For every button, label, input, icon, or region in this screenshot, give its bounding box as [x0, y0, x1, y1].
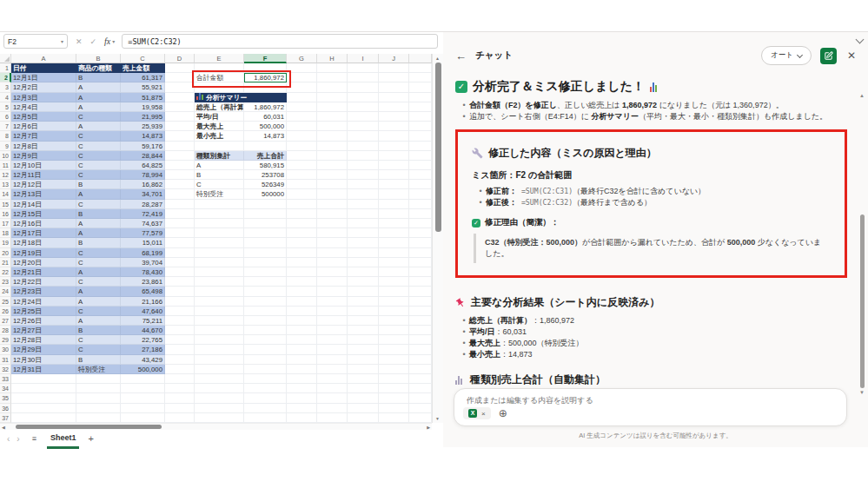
chat-input-box[interactable]: X × ⊕ [454, 388, 847, 426]
cell[interactable]: 75,211 [121, 316, 165, 326]
cell[interactable] [165, 297, 195, 307]
row-header-10[interactable]: 10 [0, 151, 11, 161]
cell[interactable]: 77,579 [121, 228, 165, 238]
cell[interactable] [76, 374, 121, 384]
cell[interactable] [317, 258, 348, 267]
cell[interactable] [244, 384, 287, 393]
row-header-9[interactable]: 9 [0, 142, 11, 151]
cell[interactable] [244, 374, 287, 384]
cell[interactable] [409, 258, 432, 267]
cell[interactable] [165, 170, 195, 180]
row-header-29[interactable]: 29 [0, 335, 11, 345]
select-all-corner[interactable] [0, 54, 11, 63]
cell[interactable] [379, 297, 409, 307]
cell[interactable] [317, 63, 348, 73]
sheet-tab-sheet1[interactable]: Sheet1 [47, 429, 80, 449]
cell[interactable] [287, 151, 317, 161]
column-header-A[interactable]: A [11, 54, 76, 63]
cell[interactable] [317, 297, 348, 307]
cell[interactable] [317, 82, 348, 92]
cell[interactable] [76, 384, 121, 393]
cell[interactable] [244, 287, 287, 296]
cell[interactable] [195, 355, 244, 365]
column-header-partial[interactable] [409, 54, 432, 63]
cell[interactable] [165, 267, 195, 277]
cell[interactable] [165, 228, 195, 238]
cell[interactable] [379, 209, 409, 219]
cell[interactable]: 526349 [244, 180, 287, 189]
cell[interactable] [317, 161, 348, 170]
cell[interactable] [244, 219, 287, 228]
cell[interactable]: B [76, 73, 121, 82]
scroll-up-icon[interactable]: ▲ [435, 56, 440, 61]
cell[interactable] [287, 374, 317, 384]
cell[interactable]: 12月24日 [11, 297, 76, 307]
row-header-3[interactable]: 3 [0, 82, 11, 92]
cell[interactable] [409, 374, 432, 384]
row-header-19[interactable]: 19 [0, 238, 11, 247]
cell[interactable] [379, 170, 409, 180]
cell[interactable]: B [76, 238, 121, 247]
cell[interactable]: 12月16日 [11, 219, 76, 228]
cell[interactable] [165, 209, 195, 219]
cell[interactable]: 16,862 [121, 180, 165, 189]
cell[interactable] [121, 413, 165, 423]
cell[interactable]: 27,186 [121, 345, 165, 354]
cell[interactable]: 12月29日 [11, 345, 76, 354]
cell[interactable] [287, 404, 317, 413]
cell[interactable] [379, 374, 409, 384]
cell[interactable]: C [76, 112, 121, 122]
cell[interactable] [11, 404, 76, 413]
cell[interactable] [317, 170, 348, 180]
cell[interactable]: A [76, 189, 121, 199]
cell[interactable]: 12月11日 [11, 170, 76, 180]
cell[interactable] [195, 413, 244, 423]
cell[interactable] [317, 335, 348, 345]
cell[interactable] [409, 345, 432, 354]
column-header-I[interactable]: I [348, 54, 379, 63]
cell[interactable] [317, 267, 348, 277]
cell[interactable]: 72,419 [121, 209, 165, 219]
cell[interactable] [317, 200, 348, 209]
cell[interactable]: 14,873 [121, 131, 165, 141]
new-chat-button[interactable] [820, 48, 837, 64]
cell[interactable] [195, 200, 244, 209]
cell[interactable] [195, 287, 244, 296]
cell[interactable] [348, 374, 379, 384]
cell[interactable] [348, 161, 379, 170]
cell[interactable]: 1,860,972 [244, 73, 287, 82]
cell[interactable]: C [76, 258, 121, 267]
cell[interactable] [287, 209, 317, 219]
name-box[interactable]: F2 ▾ [3, 34, 68, 49]
cell[interactable] [287, 307, 317, 316]
cell[interactable] [165, 355, 195, 365]
cell[interactable] [379, 82, 409, 92]
scroll-down-icon[interactable]: ▼ [859, 390, 865, 395]
cell[interactable] [379, 73, 409, 82]
cell[interactable]: A [76, 228, 121, 238]
cell[interactable] [287, 297, 317, 307]
cell[interactable] [317, 180, 348, 189]
cell[interactable]: 合計金額 [195, 73, 244, 82]
cell[interactable] [317, 384, 348, 393]
cell[interactable] [379, 335, 409, 345]
row-header-30[interactable]: 30 [0, 345, 11, 354]
chevron-down-icon[interactable]: ▾ [61, 38, 63, 44]
row-header-15[interactable]: 15 [0, 200, 11, 209]
cell[interactable] [317, 73, 348, 82]
cell[interactable] [348, 142, 379, 151]
cell[interactable]: B [76, 180, 121, 189]
cell[interactable] [165, 200, 195, 209]
cell[interactable] [195, 307, 244, 316]
cell[interactable] [244, 345, 287, 354]
row-header-32[interactable]: 32 [0, 365, 11, 374]
row-header-5[interactable]: 5 [0, 102, 11, 112]
cell[interactable] [317, 189, 348, 199]
vertical-scroll-thumb[interactable] [435, 63, 441, 232]
cell[interactable] [409, 384, 432, 393]
cell[interactable]: 売上金額 [121, 63, 165, 73]
cell[interactable]: 最大売上 [195, 122, 244, 131]
cell[interactable] [348, 238, 379, 247]
cell[interactable] [121, 384, 165, 393]
cell[interactable] [379, 63, 409, 73]
